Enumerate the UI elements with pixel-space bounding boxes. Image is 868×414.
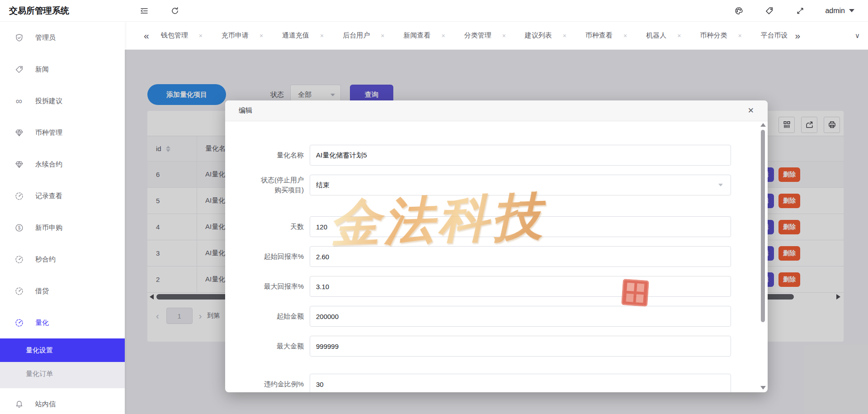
dialog-scrollbar[interactable] bbox=[760, 123, 766, 390]
tab-robot[interactable]: 机器人 × bbox=[646, 31, 681, 40]
gauge-icon bbox=[14, 191, 24, 200]
content-area: 添加量化项目 状态 全部 查询 bbox=[125, 50, 868, 414]
close-icon[interactable]: × bbox=[441, 33, 445, 39]
status-select[interactable] bbox=[310, 175, 731, 195]
field-label: 量化名称 bbox=[225, 150, 310, 160]
tab-label: 通道充值 bbox=[282, 31, 309, 40]
fullscreen-icon[interactable] bbox=[795, 6, 805, 16]
form-row-max-rate: 最大回报率% bbox=[225, 276, 768, 297]
sidebar-item-label: 管理员 bbox=[35, 33, 56, 42]
tabs-dropdown-icon[interactable]: ∨ bbox=[855, 32, 860, 40]
dialog-title: 编辑 bbox=[239, 106, 252, 115]
theme-palette-icon[interactable] bbox=[734, 6, 744, 16]
tab-wallet-manage[interactable]: 钱包管理 × bbox=[161, 31, 203, 40]
bell-icon bbox=[14, 400, 24, 409]
scroll-down-arrow-icon[interactable] bbox=[760, 386, 766, 390]
penalty-rate-input[interactable] bbox=[310, 374, 731, 392]
tab-label: 后台用户 bbox=[343, 31, 370, 40]
sidebar-item-label: 记录查看 bbox=[35, 192, 62, 200]
tab-backend-users[interactable]: 后台用户 × bbox=[343, 31, 384, 40]
tab-platform-coin[interactable]: 平台币设 bbox=[761, 31, 788, 40]
chevron-down-icon bbox=[849, 9, 854, 12]
field-label-line1: 状态(停止用户 bbox=[225, 175, 304, 185]
tab-label: 建议列表 bbox=[525, 31, 552, 40]
tab-label: 充币申请 bbox=[222, 31, 249, 40]
form-row-penalty-rate: 违约金比例% bbox=[225, 374, 768, 392]
sidebar-item-second-contract[interactable]: 秒合约 bbox=[0, 243, 125, 275]
admin-dropdown[interactable]: admin bbox=[825, 7, 854, 15]
sidebar-item-perpetual[interactable]: 永续合约 bbox=[0, 148, 125, 180]
sidebar-item-lending[interactable]: 借贷 bbox=[0, 275, 125, 307]
quant-submenu: 量化设置 量化订单 bbox=[0, 338, 125, 388]
close-icon[interactable]: × bbox=[502, 33, 506, 39]
close-icon[interactable]: × bbox=[623, 33, 627, 39]
tag-icon[interactable] bbox=[764, 6, 774, 16]
tab-label: 平台币设 bbox=[761, 31, 788, 40]
close-icon[interactable]: × bbox=[381, 33, 384, 39]
form-row-start-rate: 起始回报率% bbox=[225, 246, 768, 267]
field-label: 起始回报率% bbox=[225, 252, 310, 262]
sidebar-item-label: 借贷 bbox=[35, 287, 49, 295]
menu-fold-icon[interactable] bbox=[139, 6, 149, 16]
tabs-scroll-left-icon[interactable]: « bbox=[144, 31, 149, 40]
close-icon[interactable]: × bbox=[677, 33, 681, 39]
max-amount-input[interactable] bbox=[310, 336, 731, 357]
tab-coin-category[interactable]: 币种分类 × bbox=[700, 31, 741, 40]
tab-category-manage[interactable]: 分类管理 × bbox=[464, 31, 506, 40]
close-icon[interactable]: × bbox=[259, 33, 263, 39]
close-icon[interactable]: × bbox=[738, 33, 741, 39]
tab-channel-recharge[interactable]: 通道充值 × bbox=[282, 31, 324, 40]
sidebar-item-label: 币种管理 bbox=[35, 128, 62, 137]
sidebar-item-label: 永续合约 bbox=[35, 160, 62, 169]
field-label: 最大金额 bbox=[225, 341, 310, 351]
header-actions: admin bbox=[713, 6, 868, 16]
field-label-line2: 购买项目) bbox=[225, 185, 304, 195]
gauge-icon bbox=[14, 286, 24, 295]
sidebar-item-label: 新闻 bbox=[35, 65, 49, 74]
gauge-icon bbox=[14, 318, 24, 327]
refresh-icon[interactable] bbox=[170, 6, 180, 16]
main-area: « 钱包管理 × 充币申请 × 通道充值 × 后台用户 × 新闻查看 × bbox=[125, 22, 868, 414]
status-select-value[interactable] bbox=[310, 175, 731, 195]
field-label: 最大回报率% bbox=[225, 281, 310, 291]
sidebar-item-admins[interactable]: 管理员 bbox=[0, 22, 125, 53]
start-rate-input[interactable] bbox=[310, 246, 731, 267]
close-icon[interactable]: × bbox=[563, 33, 566, 39]
sidebar-item-suggestions[interactable]: ∞ 投拆建议 bbox=[0, 85, 125, 117]
tab-suggestion-list[interactable]: 建议列表 × bbox=[525, 31, 566, 40]
sidebar-subitem-quant-settings[interactable]: 量化设置 bbox=[0, 338, 125, 362]
days-input[interactable] bbox=[310, 216, 731, 237]
sidebar-item-new-coin[interactable]: $ 新币申购 bbox=[0, 212, 125, 243]
edit-dialog: 编辑 ✕ 量化名称 状态(停止用户 购买项目) bbox=[225, 100, 768, 392]
chevron-down-icon bbox=[718, 184, 723, 186]
max-rate-input[interactable] bbox=[310, 276, 731, 297]
tab-label: 新闻查看 bbox=[403, 31, 430, 40]
field-label: 天数 bbox=[225, 222, 310, 232]
tab-news-view[interactable]: 新闻查看 × bbox=[403, 31, 445, 40]
close-icon[interactable]: × bbox=[320, 33, 324, 39]
sidebar-subitem-label: 量化订单 bbox=[26, 370, 53, 378]
sidebar-item-news[interactable]: 新闻 bbox=[0, 53, 125, 85]
dialog-scrollbar-thumb[interactable] bbox=[761, 130, 765, 322]
tab-bar: « 钱包管理 × 充币申请 × 通道充值 × 后台用户 × 新闻查看 × bbox=[125, 22, 868, 50]
app-root: 交易所管理系统 admin bbox=[0, 0, 868, 414]
infinity-icon: ∞ bbox=[14, 96, 24, 105]
sidebar-subitem-quant-orders[interactable]: 量化订单 bbox=[0, 362, 125, 385]
sidebar-item-records[interactable]: 记录查看 bbox=[0, 180, 125, 212]
sidebar-item-quant[interactable]: 量化 bbox=[0, 307, 125, 338]
field-label: 起始金额 bbox=[225, 311, 310, 321]
start-amount-input[interactable] bbox=[310, 306, 731, 327]
scroll-up-arrow-icon[interactable] bbox=[760, 123, 766, 127]
sidebar-item-coin-manage[interactable]: 币种管理 bbox=[0, 117, 125, 148]
sidebar-item-label: 量化 bbox=[35, 319, 49, 327]
sidebar-item-messages[interactable]: 站内信 bbox=[0, 388, 125, 414]
quant-name-input[interactable] bbox=[310, 145, 731, 166]
tabs-scroll-right-icon[interactable]: » bbox=[795, 31, 801, 40]
dialog-header: 编辑 ✕ bbox=[225, 100, 768, 121]
tab-deposit-request[interactable]: 充币申请 × bbox=[222, 31, 263, 40]
admin-username: admin bbox=[825, 7, 845, 15]
tab-coin-view[interactable]: 币种查看 × bbox=[585, 31, 627, 40]
close-icon[interactable]: ✕ bbox=[748, 107, 754, 114]
form-row-name: 量化名称 bbox=[225, 145, 768, 166]
close-icon[interactable]: × bbox=[199, 33, 203, 39]
